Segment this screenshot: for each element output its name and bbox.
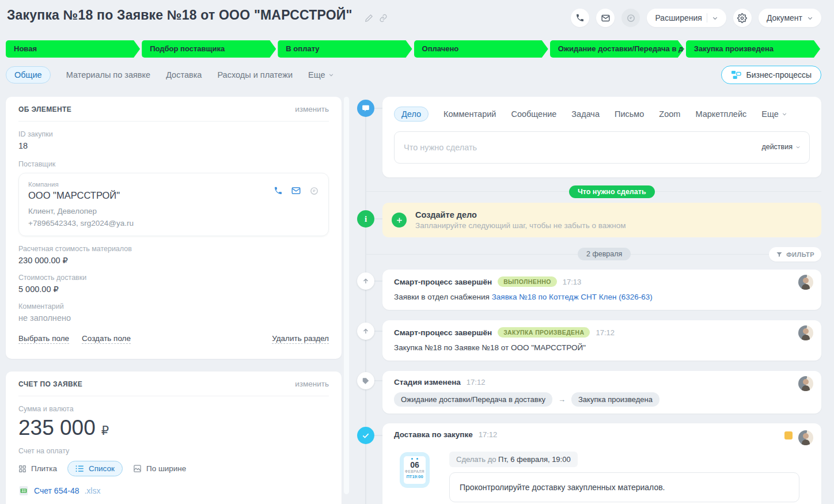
calendar-weektime: ПТ19:00 xyxy=(404,474,426,479)
phone-button[interactable] xyxy=(571,9,589,27)
business-processes-label: Бизнес-процессы xyxy=(746,70,812,79)
currency-symbol: ₽ xyxy=(101,424,109,438)
openline-chat-button[interactable] xyxy=(621,9,640,27)
create-activity-hint[interactable]: Создайте дело Запланируйте следующий шаг… xyxy=(382,203,821,237)
compose-tab-zoom[interactable]: Zoom xyxy=(659,109,680,119)
stage-ozhidanie-dostavki[interactable]: Ожидание доставки/Передача в до... xyxy=(550,40,684,58)
file-view-toggles: Плитка Список По ширине xyxy=(18,461,329,476)
entry-link[interactable]: Заявка №18 по Коттедж СНТ Клен (6326-63) xyxy=(492,293,653,301)
extensions-dropdown[interactable]: Расширения xyxy=(647,9,726,27)
avatar xyxy=(798,275,813,290)
left-column-scrollbar[interactable] xyxy=(344,97,349,494)
timeline-entry-stage-changed[interactable]: Стадия изменена 17:12 Ожидание доставки/… xyxy=(382,371,821,414)
list-icon xyxy=(75,465,84,472)
invoice-card: СЧЕТ ПО ЗАЯВКЕ изменить Сумма и валюта 2… xyxy=(6,372,342,504)
connector xyxy=(374,108,382,109)
tab-obshchie[interactable]: Общие xyxy=(6,66,51,84)
connector xyxy=(374,380,382,381)
compose-tab-soobshchenie[interactable]: Сообщение xyxy=(511,109,556,119)
compose-tab-zadacha[interactable]: Задача xyxy=(571,109,600,119)
gear-icon xyxy=(737,13,747,23)
compose-tab-marketpleys[interactable]: Маркетплейс xyxy=(695,109,746,119)
edit-section-link[interactable]: изменить xyxy=(295,105,329,113)
timeline-entry-smart-process-2[interactable]: Смарт-процесс завершён ЗАКУПКА ПРОИЗВЕДЕ… xyxy=(382,320,821,361)
copy-link-icon[interactable] xyxy=(379,14,388,22)
field-label: Поставщик xyxy=(18,160,329,168)
timeline-node-chat-icon xyxy=(357,100,374,117)
marker-yellow xyxy=(784,431,793,439)
tab-raskhody[interactable]: Расходы и платежи xyxy=(217,70,293,79)
delete-section-link[interactable]: Удалить раздел xyxy=(272,334,329,344)
stage-oplacheno[interactable]: Оплачено xyxy=(414,40,548,58)
company-label: Компания xyxy=(28,181,120,188)
compose-tab-eshche-label: Еще xyxy=(761,109,779,119)
compose-tabs: Дело Комментарий Сообщение Задача Письмо… xyxy=(394,107,810,122)
view-list-label: Список xyxy=(89,464,115,473)
create-field-link[interactable]: Создать поле xyxy=(82,334,131,344)
settings-button[interactable] xyxy=(733,9,752,27)
phone-icon[interactable] xyxy=(274,185,283,196)
tab-dostavka[interactable]: Доставка xyxy=(166,70,202,79)
timeline-entry-smart-process-1[interactable]: Смарт-процесс завершён ВЫПОЛНЕННО 17:13 … xyxy=(382,270,821,310)
timeline-entry-delivery-activity[interactable]: Доставка по закупке 17:12 06 ФЕВРАЛЯ ПТ1… xyxy=(382,423,821,504)
chevron-down-icon xyxy=(782,111,787,117)
view-tile-button[interactable]: Плитка xyxy=(18,464,57,473)
field-label: Комментарий xyxy=(18,302,329,310)
supplier-card[interactable]: Компания ООО "МАРССТРОЙ" Клиент, Девелоп… xyxy=(18,173,329,236)
calendar-icon: 06 ФЕВРАЛЯ ПТ19:00 xyxy=(404,456,426,484)
entry-title: Доставка по закупке xyxy=(394,430,473,439)
compose-tab-eshche[interactable]: Еще xyxy=(761,109,787,119)
view-tile-label: Плитка xyxy=(31,464,57,473)
business-processes-button[interactable]: Бизнес-процессы xyxy=(721,66,821,84)
document-dropdown[interactable]: Документ xyxy=(759,9,821,27)
stage-zakupka-proizvedena[interactable]: Закупка произведена xyxy=(686,40,820,58)
select-field-link[interactable]: Выбрать поле xyxy=(18,334,69,344)
todo-input[interactable] xyxy=(394,131,810,164)
compose-tab-kommentariy[interactable]: Комментарий xyxy=(443,109,496,119)
todo-status-pill[interactable]: Что нужно сделать xyxy=(569,185,655,198)
filter-button[interactable]: ФИЛЬТР xyxy=(769,247,821,262)
tab-eshche[interactable]: Еще xyxy=(308,70,334,79)
status-badge: ВЫПОЛНЕННО xyxy=(498,276,557,287)
hint-subtitle: Запланируйте следующий шаг, чтобы не заб… xyxy=(415,221,626,230)
view-width-label: По ширине xyxy=(146,464,186,473)
actions-label: действия xyxy=(761,143,793,151)
timeline-node-check-icon xyxy=(357,427,374,444)
compose-tab-delo[interactable]: Дело xyxy=(394,107,429,122)
field-label: Счет на оплату xyxy=(18,447,329,455)
tab-materialy[interactable]: Материалы по заявке xyxy=(66,70,150,79)
xlsx-file-icon xyxy=(18,486,29,496)
stage-from-pill: Ожидание доставки/Передача в доставку xyxy=(394,392,552,407)
compose-tab-pismo[interactable]: Письмо xyxy=(615,109,644,119)
connector xyxy=(374,218,382,219)
timeline-line xyxy=(365,109,366,504)
status-badge: ЗАКУПКА ПРОИЗВЕДЕНА xyxy=(498,327,590,338)
stage-novaya[interactable]: Новая xyxy=(6,40,140,58)
stage-podbor-postavshchika[interactable]: Подбор поставщика xyxy=(142,40,276,58)
plus-icon[interactable] xyxy=(392,213,407,228)
edit-section-link[interactable]: изменить xyxy=(295,380,329,388)
actions-dropdown[interactable]: действия xyxy=(761,143,801,151)
view-width-button[interactable]: По ширине xyxy=(133,464,186,473)
edit-title-icon[interactable] xyxy=(365,14,373,22)
timeline-node-stage-icon xyxy=(357,372,374,389)
timeline-node-info-icon: i xyxy=(357,210,374,228)
company-contacts: +7896542343, srg2024@ya.ru xyxy=(28,219,319,228)
entry-title: Стадия изменена xyxy=(394,378,461,386)
field-value-cost: 230 000.00 ₽ xyxy=(18,256,329,265)
compose-card: Дело Комментарий Сообщение Задача Письмо… xyxy=(382,97,821,177)
email-button[interactable] xyxy=(596,9,615,27)
connector xyxy=(374,281,382,282)
divider xyxy=(707,13,707,22)
mail-icon xyxy=(601,13,611,23)
mail-icon[interactable] xyxy=(291,185,301,196)
timeline-node-process-icon xyxy=(357,323,374,340)
entry-title: Смарт-процесс завершён xyxy=(394,278,492,286)
view-list-button[interactable]: Список xyxy=(67,461,123,476)
amount-value: 235 000 xyxy=(18,416,96,440)
field-value-delivery: 5 000.00 ₽ xyxy=(18,285,329,294)
stage-v-oplatu[interactable]: В оплату xyxy=(278,40,412,58)
invoice-file-link[interactable]: Счет 654-48.xlsx xyxy=(18,486,329,496)
date-separator: 2 февраля xyxy=(578,248,631,260)
chat-icon[interactable] xyxy=(309,185,319,196)
